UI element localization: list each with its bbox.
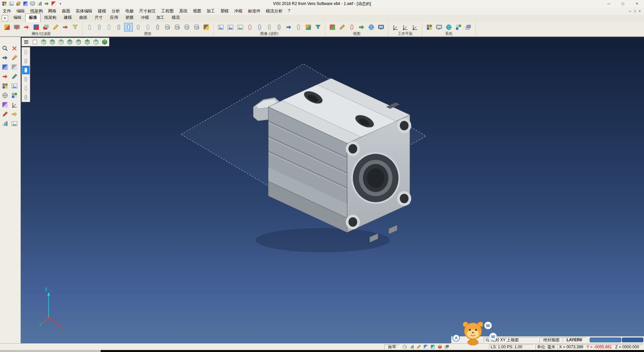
edit-pencil-icon[interactable] <box>10 54 18 62</box>
snap-lock-toggle[interactable]: 拴牢 <box>384 344 400 350</box>
tab-2[interactable]: 标准 <box>25 13 41 22</box>
circle-tool-icon[interactable] <box>1 91 9 99</box>
tab-11[interactable]: 模流 <box>168 13 183 22</box>
workplane-align-icon[interactable] <box>401 23 410 32</box>
view-refresh-icon[interactable] <box>357 23 366 32</box>
view-back-icon[interactable] <box>92 38 100 46</box>
tab-10[interactable]: 加工 <box>153 13 168 22</box>
workplane-new-icon[interactable] <box>411 23 419 32</box>
color-swatch-2[interactable] <box>622 338 643 342</box>
rotate-icon[interactable] <box>1 73 9 81</box>
view-iso-3-icon[interactable] <box>57 38 65 46</box>
new-document-icon[interactable] <box>8 1 14 7</box>
zoom-icon[interactable] <box>1 44 9 52</box>
view-iso-2-icon[interactable] <box>48 38 56 46</box>
close-button[interactable]: × <box>630 0 644 7</box>
attr-library-icon[interactable] <box>42 23 50 32</box>
img-pin-icon[interactable] <box>294 23 303 32</box>
undo-icon[interactable] <box>10 110 18 118</box>
chart-icon[interactable] <box>1 120 9 128</box>
tab-5[interactable]: 曲面 <box>75 13 91 22</box>
system-globe-icon[interactable] <box>444 23 453 32</box>
img-cyl-gray-icon[interactable] <box>265 23 274 32</box>
entity-filter-meshes-icon[interactable] <box>22 84 30 92</box>
view-menu-icon[interactable] <box>22 38 30 46</box>
open-file-icon[interactable] <box>15 1 21 7</box>
entity-filter-solids-icon[interactable] <box>22 66 30 74</box>
mesh-icon[interactable] <box>10 91 18 99</box>
maximize-button[interactable]: □ <box>616 0 630 7</box>
mdi-close-button[interactable]: × <box>639 9 641 13</box>
measure-icon[interactable] <box>1 110 9 118</box>
model-scene[interactable]: Z x <box>21 37 644 343</box>
settings-icon[interactable] <box>44 1 50 7</box>
tab-1[interactable]: 编辑 <box>10 13 25 22</box>
view-side-icon[interactable] <box>83 38 91 46</box>
menu-item-19[interactable]: ? <box>285 8 293 15</box>
gfx-db-stack-icon[interactable] <box>182 23 191 32</box>
trim-icon[interactable] <box>10 63 18 71</box>
notes-icon[interactable] <box>10 120 18 128</box>
view-capsule-icon[interactable] <box>347 23 356 32</box>
gfx-show-all-icon[interactable] <box>85 23 94 32</box>
view-iso-1-icon[interactable] <box>40 38 48 46</box>
view-style-icon[interactable] <box>328 23 337 32</box>
mdi-minimize-button[interactable]: ─ <box>629 9 631 13</box>
gfx-transparent-icon[interactable] <box>144 23 152 32</box>
system-layers-icon[interactable] <box>464 23 473 32</box>
img-capture-icon[interactable] <box>216 23 225 32</box>
tab-3[interactable]: 线架构 <box>41 13 60 22</box>
system-display-icon[interactable] <box>435 23 443 32</box>
menu-item-14[interactable]: 加工 <box>204 8 218 15</box>
attr-filter-icon[interactable] <box>71 23 79 32</box>
tab-9[interactable]: 冲模 <box>137 13 153 22</box>
menu-item-17[interactable]: 标准件 <box>245 8 263 15</box>
pan-icon[interactable] <box>1 54 9 62</box>
view-top-icon[interactable] <box>66 38 74 46</box>
active-layer-indicator[interactable]: LAYER0 <box>563 337 586 343</box>
color-swatch-1[interactable] <box>590 338 621 342</box>
status-db-icon[interactable] <box>402 344 407 350</box>
img-filter-icon[interactable] <box>314 23 322 32</box>
attr-apply-icon[interactable] <box>61 23 70 32</box>
tab-dropdown-button[interactable]: ▼ <box>2 15 8 21</box>
plot-icon[interactable] <box>37 1 43 7</box>
entity-filter-points-icon[interactable] <box>22 48 30 56</box>
wcs-icon[interactable] <box>10 101 18 109</box>
img-render-icon[interactable] <box>236 23 245 32</box>
polyline-icon[interactable] <box>1 63 9 71</box>
menu-item-13[interactable]: 视图 <box>190 8 204 15</box>
attr-modify-icon[interactable] <box>3 23 11 32</box>
gfx-flag-icon[interactable] <box>202 23 211 32</box>
gfx-shade-icon[interactable] <box>114 23 123 32</box>
status-snap-icon[interactable] <box>430 344 435 350</box>
palette-icon[interactable] <box>1 82 9 90</box>
app-logo-icon[interactable] <box>1 1 7 7</box>
gfx-isolate-icon[interactable] <box>105 23 113 32</box>
gfx-wireframe-icon[interactable] <box>124 23 133 32</box>
view-front-icon[interactable] <box>74 38 83 46</box>
menu-item-18[interactable]: 模流分析 <box>263 8 285 15</box>
status-chart-icon[interactable] <box>409 344 414 350</box>
help-icon[interactable] <box>51 1 57 7</box>
gfx-hide-icon[interactable] <box>95 23 104 32</box>
cylinder-model[interactable] <box>253 78 411 243</box>
img-cyl-dark-icon[interactable] <box>275 23 283 32</box>
attr-sync-icon[interactable] <box>22 23 31 32</box>
img-cyl-red-icon[interactable] <box>246 23 254 32</box>
view-orbit-icon[interactable] <box>367 23 376 32</box>
wangwang-mascot[interactable]: A W W <box>452 317 499 345</box>
status-help-icon[interactable] <box>423 344 428 350</box>
tab-4[interactable]: 建模 <box>60 13 75 22</box>
view-shaded-icon[interactable] <box>101 38 109 46</box>
gfx-db-save-icon[interactable] <box>173 23 181 32</box>
entity-filter-lines-icon[interactable] <box>22 57 30 65</box>
absolute-view-indicator[interactable]: 绝对视图 <box>539 337 564 343</box>
gfx-db-edit-icon[interactable] <box>192 23 201 32</box>
entity-filter-annotations-icon[interactable] <box>22 93 30 101</box>
img-adjust-icon[interactable] <box>304 23 313 32</box>
gfx-section-icon[interactable] <box>153 23 162 32</box>
gfx-db-load-icon[interactable] <box>163 23 172 32</box>
menu-item-16[interactable]: 冲模 <box>231 8 245 15</box>
status-layers-icon[interactable] <box>444 344 449 350</box>
